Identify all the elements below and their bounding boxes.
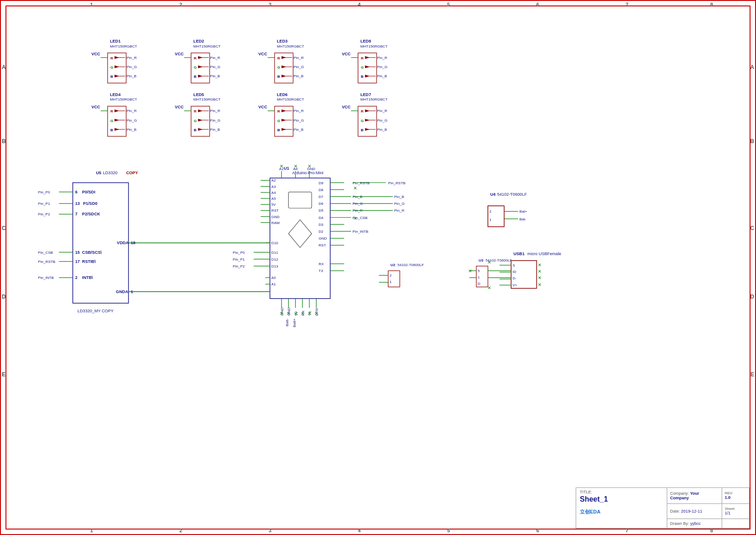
svg-text:LED3: LED3 [277,39,287,43]
svg-text:U4: U4 [490,192,496,197]
svg-text:2: 2 [389,273,392,278]
svg-text:A3: A3 [271,185,276,189]
led7-group: LED7 MHT150RGBCT R G B Pin_R Pin_G Pin_B… [342,92,388,136]
svg-text:G: G [277,65,280,70]
svg-text:54102-T0600LF: 54102-T0600LF [497,192,527,197]
svg-text:D6: D6 [319,202,324,206]
svg-text:P0/SDI: P0/SDI [82,190,95,194]
led3-group: LED3 MHT150RGBCT R G B Pin_R Pin_G Pin_B… [258,39,304,83]
svg-text:A4: A4 [271,191,276,195]
svg-text:R: R [277,109,280,113]
svg-text:D: D [478,282,481,286]
svg-text:✕: ✕ [353,216,357,221]
svg-text:✕: ✕ [308,311,311,316]
svg-text:G: G [194,119,197,123]
svg-text:D-: D- [513,276,517,280]
svg-text:✕: ✕ [294,311,297,316]
svg-marker-56 [281,65,286,68]
svg-text:VDDA: VDDA [117,241,129,245]
svg-text:MHT150RGBCT: MHT150RGBCT [360,44,387,48]
svg-text:Pin_B: Pin_B [377,128,387,132]
svg-text:VCC: VCC [258,52,267,56]
schematic-svg: LED1 MHT150RGBCT R G B Pin_R Pin_G Pin_B [1,1,756,535]
svg-text:INTB\: INTB\ [82,275,93,280]
svg-text:RAW: RAW [271,221,280,225]
svg-marker-92 [114,109,119,112]
svg-text:LED7: LED7 [360,92,371,97]
svg-text:LD3320: LD3320 [103,171,118,175]
svg-marker-40 [198,75,203,77]
svg-text:✕: ✕ [538,275,541,280]
svg-text:U2: U2 [390,263,395,267]
svg-text:Pin_INTB: Pin_INTB [352,230,368,234]
svg-text:R: R [194,109,197,113]
svg-text:R: R [277,56,280,60]
rev-label: REV: [725,491,746,495]
svg-text:D13: D13 [271,264,278,268]
led6-group: LED6 MHT150RGBCT R G B Pin_R Pin_G Pin_B… [258,92,304,136]
svg-text:R: R [110,109,113,113]
svg-text:MHT150RGBCT: MHT150RGBCT [277,44,304,48]
rev-value: 1.0 [725,495,746,500]
svg-text:✕: ✕ [301,311,304,316]
svg-marker-140 [281,128,286,131]
svg-text:13: 13 [75,201,80,206]
svg-text:MHT150RGBCT: MHT150RGBCT [277,97,304,102]
logo-text: 立创EDA [580,509,600,514]
svg-text:✕: ✕ [353,186,357,191]
svg-text:✕: ✕ [538,262,541,268]
svg-text:A1: A1 [271,282,276,286]
svg-text:15: 15 [75,250,80,255]
svg-text:✕: ✕ [487,285,491,290]
svg-text:U1: U1 [284,166,289,171]
svg-text:U5: U5 [96,171,102,175]
svg-text:B: B [194,75,197,79]
svg-text:6: 6 [75,190,77,194]
led5-group: LED5 MHT150RGBCT R G B Pin_R Pin_G Pin_B… [175,92,221,136]
svg-text:VCC: VCC [92,52,101,56]
svg-text:D2: D2 [319,230,324,234]
svg-text:Pin_G: Pin_G [210,118,221,123]
svg-text:Pin_P1: Pin_P1 [38,202,50,206]
svg-text:Pin_B: Pin_B [294,74,304,78]
svg-text:Pin_R: Pin_R [377,109,387,113]
u4-group: U4 54102-T0600LF 2 1 Bat+ Bat- [488,192,527,227]
sheet-title: Sheet_1 [580,495,663,503]
u1-group: U1 Arduino-Pro-Mini A2 A3 A4 A5 5V [233,164,370,327]
svg-text:R: R [361,56,363,60]
svg-text:LED8: LED8 [360,39,371,43]
svg-text:Pin_R: Pin_R [127,56,137,60]
svg-text:B: B [194,128,197,132]
svg-text:R: R [361,109,363,113]
svg-text:P1/SD0: P1/SD0 [83,201,97,206]
svg-marker-72 [365,56,370,59]
svg-text:TX: TX [319,269,324,273]
drawn-label: Drawn By: [670,521,690,526]
svg-text:Pin_G: Pin_G [294,118,304,123]
svg-text:✕: ✕ [538,282,541,287]
svg-text:MHT150RGBCT: MHT150RGBCT [360,97,387,102]
svg-text:Pin_G: Pin_G [394,202,405,206]
svg-text:1: 1 [131,289,133,294]
svg-marker-16 [114,65,119,68]
svg-text:D3: D3 [319,223,324,227]
svg-text:✕: ✕ [468,268,472,273]
svg-text:LED6: LED6 [277,92,287,97]
title-label: TITLE: [580,490,663,494]
svg-text:Pin_INTB: Pin_INTB [38,276,54,280]
svg-text:Pin_R: Pin_R [294,109,304,113]
svg-text:U3: U3 [479,258,484,262]
svg-text:VCC: VCC [258,105,267,109]
company-label: Company: [670,491,690,496]
led4-group: LED4 MHT150RGBCT R G B Pin_R Pin_G Pin_B… [92,92,137,136]
svg-marker-32 [198,56,203,59]
svg-text:Pin_G: Pin_G [127,65,137,69]
svg-text:G: G [277,119,280,123]
svg-marker-20 [114,75,119,77]
svg-marker-132 [281,109,286,112]
svg-text:B: B [110,128,113,132]
svg-text:✕: ✕ [294,164,297,169]
svg-text:A5: A5 [271,197,276,201]
svg-rect-0 [1,1,9,21]
svg-text:GND: GND [319,236,327,241]
